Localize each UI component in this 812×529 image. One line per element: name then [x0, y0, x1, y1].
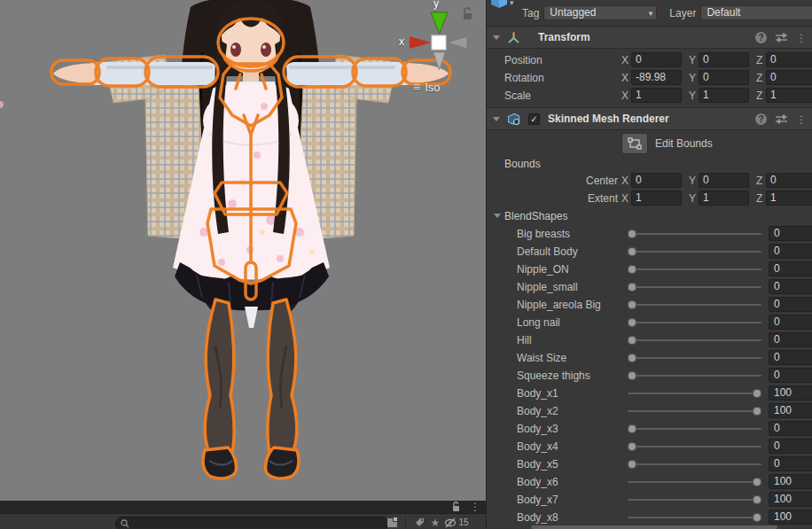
slider-thumb[interactable] [753, 478, 761, 486]
layer-dropdown[interactable]: Default ▾ [700, 5, 812, 20]
z-value-field[interactable]: 0 [766, 70, 812, 85]
blendshape-row: Body_x4 0 [487, 438, 812, 455]
slider-thumb[interactable] [628, 460, 636, 469]
projection-toggle[interactable]: ≡ Iso [413, 80, 441, 94]
z-value-field[interactable]: 0 [766, 173, 812, 188]
blendshape-value-field[interactable]: 100 [769, 510, 812, 525]
presets-icon[interactable] [776, 114, 787, 124]
slider-thumb[interactable] [753, 389, 761, 398]
blendshape-value-field[interactable]: 0 [769, 226, 812, 241]
y-value-field[interactable]: 0 [699, 52, 749, 67]
blendshape-value-field[interactable]: 0 [769, 368, 812, 383]
component-enabled-checkbox[interactable]: ✓ [528, 113, 540, 125]
blendshape-slider[interactable] [626, 509, 763, 526]
prefab-caret-icon[interactable]: ▾ [510, 0, 514, 7]
slider-thumb[interactable] [628, 371, 636, 380]
scene-visibility-icon[interactable]: 15 [443, 516, 470, 529]
search-input[interactable] [129, 518, 369, 529]
blendshape-value-field[interactable]: 0 [769, 261, 812, 276]
slider-thumb[interactable] [628, 424, 636, 433]
blendshape-slider[interactable] [626, 473, 763, 491]
slider-thumb[interactable] [628, 442, 636, 451]
y-value-field[interactable]: 0 [699, 173, 749, 188]
blendshape-value-field[interactable]: 0 [769, 244, 812, 259]
scene-view[interactable]: y x ≡ Iso ⋮ [0, 0, 486, 529]
blendshape-value-field[interactable]: 0 [769, 439, 812, 454]
blendshape-slider[interactable] [626, 243, 763, 261]
prefab-filter-icon[interactable] [384, 516, 400, 529]
panel-menu-icon[interactable]: ⋮ [470, 502, 480, 512]
y-value-field[interactable]: 1 [699, 88, 749, 103]
x-value-field[interactable]: -89.98 [631, 70, 682, 85]
slider-thumb[interactable] [753, 513, 761, 522]
slider-thumb[interactable] [753, 495, 761, 504]
tag-dropdown[interactable]: Untagged ▾ [543, 5, 657, 20]
blendshape-slider[interactable] [626, 314, 763, 331]
z-value-field[interactable]: 1 [766, 88, 812, 103]
blendshape-value-field[interactable]: 0 [769, 297, 812, 312]
z-axis-label: Z [756, 72, 762, 84]
help-icon[interactable]: ? [755, 113, 767, 125]
blendshape-slider[interactable] [626, 420, 763, 438]
scene-lock-icon[interactable] [461, 7, 473, 20]
blendshape-value-field[interactable]: 100 [769, 385, 812, 401]
blendshape-slider[interactable] [626, 367, 763, 385]
label-filter-icon[interactable] [411, 516, 427, 529]
z-value-field[interactable]: 0 [766, 52, 812, 67]
blendshape-slider[interactable] [626, 349, 763, 367]
x-value-field[interactable]: 0 [631, 52, 682, 67]
blendshape-slider[interactable] [626, 455, 763, 473]
blendshape-slider[interactable] [626, 491, 763, 509]
blendshape-value-field[interactable]: 100 [769, 492, 812, 507]
slider-thumb[interactable] [628, 283, 636, 292]
presets-icon[interactable] [776, 33, 787, 43]
blendshape-value-field[interactable]: 0 [769, 315, 812, 330]
blendshape-value-field[interactable]: 100 [769, 474, 812, 489]
help-icon[interactable]: ? [755, 32, 767, 43]
slider-thumb[interactable] [628, 300, 636, 309]
blendshape-value-field[interactable]: 0 [769, 279, 812, 294]
slider-thumb[interactable] [753, 407, 761, 416]
blendshape-value-field[interactable]: 0 [769, 456, 812, 471]
x-value-field[interactable]: 1 [631, 88, 682, 103]
blendshape-slider[interactable] [626, 296, 763, 314]
blendshape-name: Hill [517, 334, 532, 346]
blendshape-value-field[interactable]: 0 [769, 421, 812, 436]
component-menu-icon[interactable]: ⋮ [796, 33, 807, 43]
y-value-field[interactable]: 1 [699, 191, 749, 206]
search-field[interactable] [115, 517, 388, 529]
x-value-field[interactable]: 0 [631, 173, 682, 188]
blendshape-slider[interactable] [626, 385, 763, 402]
panel-lock-icon[interactable] [451, 502, 461, 512]
favorites-star-icon[interactable]: ★ [427, 516, 443, 529]
slider-thumb[interactable] [628, 265, 636, 274]
bounds-body: Center X 0 Y 0 Z 0 Extent X 1 Y 1 Z 1 [487, 172, 812, 207]
slider-thumb[interactable] [628, 229, 636, 238]
blendshape-slider[interactable] [626, 261, 763, 278]
blendshape-value-field[interactable]: 100 [769, 403, 812, 418]
blendshape-value-field[interactable]: 0 [769, 332, 812, 347]
blendshape-slider[interactable] [626, 438, 763, 455]
blendshape-value-field[interactable]: 0 [769, 350, 812, 365]
blendshape-slider[interactable] [626, 402, 763, 420]
blendshapes-foldout-row[interactable]: BlendShapes [487, 207, 812, 225]
foldout-icon[interactable] [494, 214, 501, 218]
slider-thumb[interactable] [628, 354, 636, 362]
edit-bounds-icon [628, 137, 642, 150]
y-value-field[interactable]: 0 [699, 70, 749, 85]
edit-bounds-button[interactable] [621, 133, 648, 154]
x-value-field[interactable]: 1 [631, 191, 682, 206]
foldout-icon[interactable] [493, 35, 500, 40]
blendshape-slider[interactable] [626, 331, 763, 349]
blendshape-slider[interactable] [626, 225, 763, 243]
foldout-icon[interactable] [493, 117, 500, 121]
slider-thumb[interactable] [628, 336, 636, 345]
blendshape-slider[interactable] [626, 278, 763, 296]
component-menu-icon[interactable]: ⋮ [796, 114, 807, 125]
bottom-panel-toolbar: ★ 15 [0, 513, 486, 529]
slider-thumb[interactable] [628, 247, 636, 256]
z-value-field[interactable]: 1 [766, 191, 812, 206]
skinned-mesh-renderer-header[interactable]: ✓ Skinned Mesh Renderer ? ⋮ [487, 108, 812, 130]
slider-thumb[interactable] [628, 318, 636, 327]
transform-header[interactable]: Transform ? ⋮ [487, 27, 812, 49]
